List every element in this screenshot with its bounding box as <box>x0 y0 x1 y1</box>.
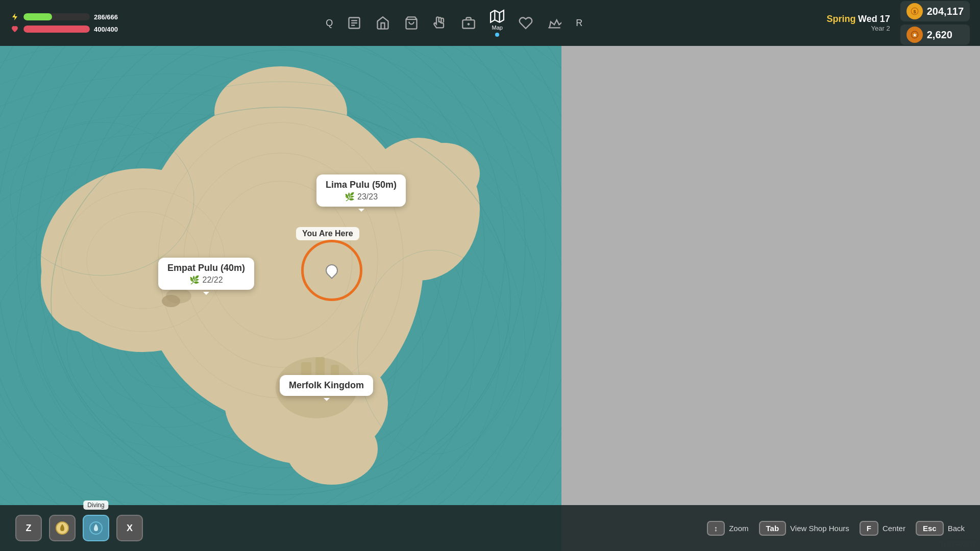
bottom-bar: Z Diving X ↕ Zoom Tab View Shop Hours F … <box>0 505 980 551</box>
date-display: Spring Wed 17 Year 2 <box>827 14 890 32</box>
z-button[interactable]: Z <box>15 515 42 541</box>
center-label: Center <box>883 524 905 533</box>
back-label: Back <box>948 524 965 533</box>
right-panel <box>561 46 980 551</box>
map-svg <box>0 46 561 551</box>
svg-marker-9 <box>491 10 504 22</box>
badge-icon: ★ <box>906 27 923 43</box>
svg-rect-35 <box>331 365 339 384</box>
center-shortcut: F Center <box>860 521 905 536</box>
nav-heart[interactable] <box>519 16 533 30</box>
gold-icon: $ <box>906 3 923 19</box>
nav-icons: Q Map R <box>82 9 827 37</box>
tab-shortcut: Tab View Shop Hours <box>759 521 849 536</box>
badge-value: 2,620 <box>927 29 952 41</box>
nav-chest[interactable] <box>461 16 476 30</box>
date-year: Year 2 <box>827 24 890 32</box>
nav-map-label: Map <box>492 24 503 31</box>
action-buttons: Z Diving X <box>15 515 143 541</box>
shortcut-hints: ↕ Zoom Tab View Shop Hours F Center Esc … <box>707 521 965 536</box>
gold-block: $ 204,117 <box>900 1 970 21</box>
health-bar-bg <box>23 26 90 33</box>
svg-point-31 <box>162 295 180 307</box>
date-season: Spring <box>827 14 856 24</box>
date-day: Wed 17 <box>858 14 890 24</box>
nav-map[interactable]: Map <box>490 9 504 37</box>
nav-crown[interactable] <box>547 16 561 30</box>
svg-point-24 <box>286 413 378 485</box>
svg-point-18 <box>214 112 276 153</box>
zoom-key[interactable]: ↕ <box>707 521 725 536</box>
back-shortcut: Esc Back <box>916 521 965 536</box>
health-bar-fill <box>23 26 90 33</box>
top-right: Spring Wed 17 Year 2 $ 204,117 ★ 2,620 <box>827 1 970 45</box>
nav-shop[interactable] <box>376 16 390 30</box>
nav-map-dot <box>495 33 499 37</box>
energy-bar-fill <box>23 13 52 20</box>
gold-value: 204,117 <box>927 6 964 17</box>
badge-block: ★ 2,620 <box>900 24 970 45</box>
tab-label: View Shop Hours <box>790 524 849 533</box>
svg-rect-34 <box>315 357 325 383</box>
center-key[interactable]: F <box>860 521 878 536</box>
svg-point-20 <box>41 230 122 332</box>
nav-r[interactable]: R <box>576 18 582 29</box>
svg-marker-0 <box>12 13 17 20</box>
svg-point-22 <box>408 143 480 204</box>
skill-button-2[interactable] <box>83 515 109 541</box>
nav-q[interactable]: Q <box>326 18 333 29</box>
top-bar: 286/666 400/400 Q <box>0 0 980 46</box>
energy-icon <box>10 12 19 21</box>
tab-key[interactable]: Tab <box>759 521 787 536</box>
svg-text:$: $ <box>913 9 916 14</box>
currencies: $ 204,117 ★ 2,620 <box>900 1 970 45</box>
diving-button-wrapper: Diving <box>83 515 109 541</box>
nav-hand[interactable] <box>433 16 447 30</box>
map-area: Lima Pulu (50m) 🌿 23/23 Empat Pulu (40m)… <box>0 46 561 551</box>
health-icon <box>10 24 19 34</box>
nav-journal[interactable] <box>347 16 361 30</box>
energy-bar-bg <box>23 13 90 20</box>
zoom-shortcut: ↕ Zoom <box>707 521 749 536</box>
svg-rect-33 <box>301 362 311 383</box>
nav-bag[interactable] <box>404 16 419 30</box>
diving-label: Diving <box>83 500 108 510</box>
x-button[interactable]: X <box>116 515 143 541</box>
zoom-label: Zoom <box>729 524 748 533</box>
svg-text:★: ★ <box>913 33 917 38</box>
skill-button-1[interactable] <box>49 515 76 541</box>
esc-key[interactable]: Esc <box>916 521 944 536</box>
